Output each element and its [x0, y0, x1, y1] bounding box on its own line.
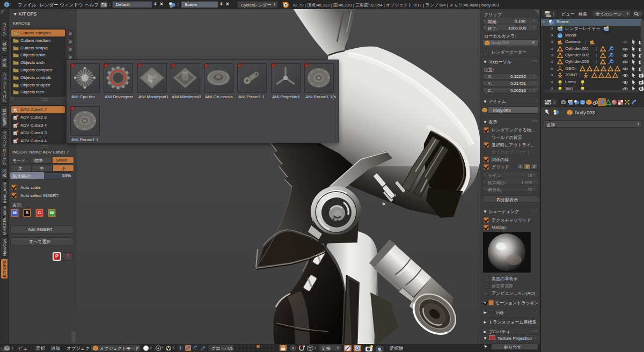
svg-text:Lens: Lens — [378, 349, 383, 352]
svg-text:i: i — [6, 2, 8, 7]
